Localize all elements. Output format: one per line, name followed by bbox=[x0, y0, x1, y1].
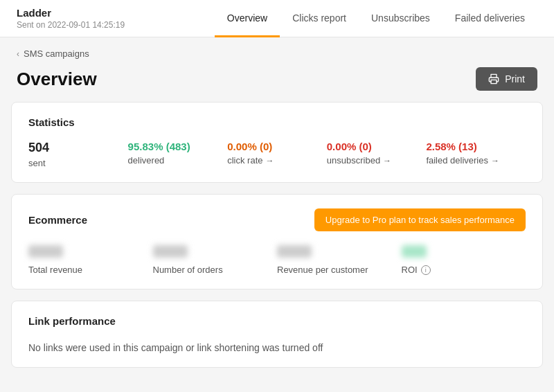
campaign-title: Ladder bbox=[17, 7, 125, 19]
breadcrumb-sms-campaigns[interactable]: SMS campaigns bbox=[24, 48, 89, 59]
link-performance-message: No links were used in this campaign or l… bbox=[28, 339, 526, 353]
breadcrumb: ‹ SMS campaigns bbox=[0, 37, 554, 64]
ecommerce-card: Ecommerce Upgrade to Pro plan to track s… bbox=[11, 194, 543, 289]
stat-failed-value: 2.58% (13) bbox=[426, 141, 526, 152]
stat-sent-label: sent bbox=[28, 158, 128, 168]
failed-arrow-icon[interactable]: → bbox=[491, 156, 499, 166]
stat-sent-value: 504 bbox=[28, 141, 128, 155]
click-rate-arrow-icon[interactable]: → bbox=[265, 156, 274, 166]
unsubscribed-arrow-icon[interactable]: → bbox=[383, 156, 391, 166]
statistics-title: Statistics bbox=[28, 116, 526, 128]
total-revenue-label: Total revenue bbox=[28, 265, 153, 275]
revenue-per-customer-value-blurred bbox=[277, 245, 312, 258]
statistics-card: Statistics 504 sent 95.83% (483) deliver… bbox=[11, 102, 543, 183]
back-arrow-icon: ‹ bbox=[17, 49, 19, 59]
ecom-roi: ROI i bbox=[402, 245, 526, 275]
revenue-per-customer-label: Revenue per customer bbox=[277, 265, 402, 275]
svg-rect-0 bbox=[491, 80, 497, 83]
print-button[interactable]: Print bbox=[476, 67, 537, 91]
total-revenue-value-blurred bbox=[28, 245, 63, 258]
roi-label: ROI i bbox=[402, 265, 526, 275]
campaign-subtitle: Sent on 2022-09-01 14:25:19 bbox=[17, 20, 125, 30]
statistics-row: 504 sent 95.83% (483) delivered 0.00% (0… bbox=[28, 141, 526, 168]
ecommerce-stats: Total revenue Number of orders Revenue p… bbox=[28, 245, 526, 275]
ecom-num-orders: Number of orders bbox=[153, 245, 278, 275]
stat-unsubscribed: 0.00% (0) unsubscribed → bbox=[327, 141, 427, 166]
stat-click-rate: 0.00% (0) click rate → bbox=[227, 141, 327, 166]
stat-unsubscribed-label: unsubscribed → bbox=[327, 155, 427, 166]
stat-delivered-value: 95.83% (483) bbox=[128, 141, 228, 152]
num-orders-value-blurred bbox=[153, 245, 188, 258]
tab-failed-deliveries[interactable]: Failed deliveries bbox=[443, 1, 537, 37]
print-icon bbox=[488, 73, 499, 84]
roi-info-icon[interactable]: i bbox=[421, 265, 431, 275]
roi-value-blurred bbox=[402, 245, 427, 258]
stat-click-rate-label: click rate → bbox=[227, 155, 327, 166]
nav-tabs: Overview Clicks report Unsubscribes Fail… bbox=[215, 0, 537, 37]
stat-failed-label: failed deliveries → bbox=[426, 155, 526, 166]
stat-click-rate-value: 0.00% (0) bbox=[227, 141, 327, 152]
tab-unsubscribes[interactable]: Unsubscribes bbox=[359, 1, 443, 37]
ecommerce-title: Ecommerce bbox=[28, 214, 87, 226]
link-performance-card: Link performance No links were used in t… bbox=[11, 301, 543, 368]
ecom-revenue-per-customer: Revenue per customer bbox=[277, 245, 402, 275]
tab-clicks-report[interactable]: Clicks report bbox=[280, 1, 359, 37]
tab-overview[interactable]: Overview bbox=[215, 1, 280, 37]
num-orders-label: Number of orders bbox=[153, 265, 278, 275]
header: Ladder Sent on 2022-09-01 14:25:19 Overv… bbox=[0, 0, 554, 37]
ecommerce-header: Ecommerce Upgrade to Pro plan to track s… bbox=[28, 208, 526, 231]
upgrade-button[interactable]: Upgrade to Pro plan to track sales perfo… bbox=[314, 208, 526, 231]
ecom-total-revenue: Total revenue bbox=[28, 245, 153, 275]
page-title: Overview bbox=[17, 69, 97, 90]
page-header: Overview Print bbox=[0, 64, 554, 102]
stat-unsubscribed-value: 0.00% (0) bbox=[327, 141, 427, 152]
stat-failed-deliveries: 2.58% (13) failed deliveries → bbox=[426, 141, 526, 166]
stat-delivered: 95.83% (483) delivered bbox=[128, 141, 228, 166]
stat-delivered-label: delivered bbox=[128, 155, 228, 166]
link-performance-title: Link performance bbox=[28, 315, 526, 327]
stat-sent: 504 sent bbox=[28, 141, 128, 168]
header-left: Ladder Sent on 2022-09-01 14:25:19 bbox=[17, 0, 125, 37]
